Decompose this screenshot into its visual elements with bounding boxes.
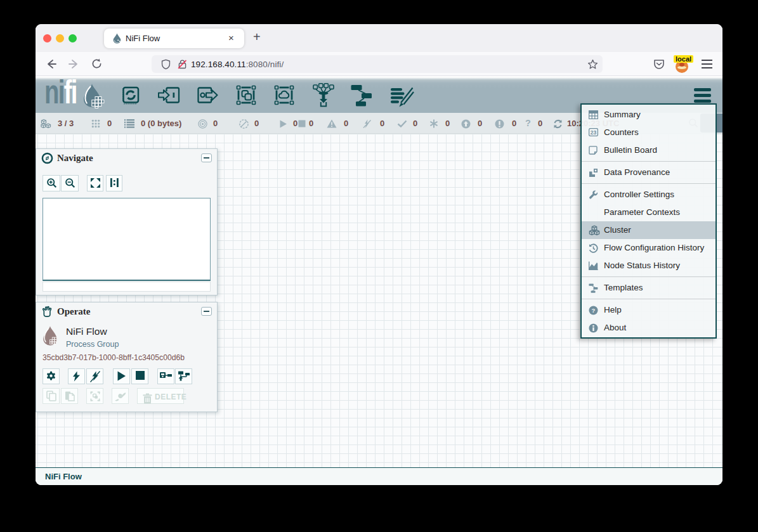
svg-text:?: ? [592,307,596,314]
svg-text:23: 23 [591,129,597,136]
